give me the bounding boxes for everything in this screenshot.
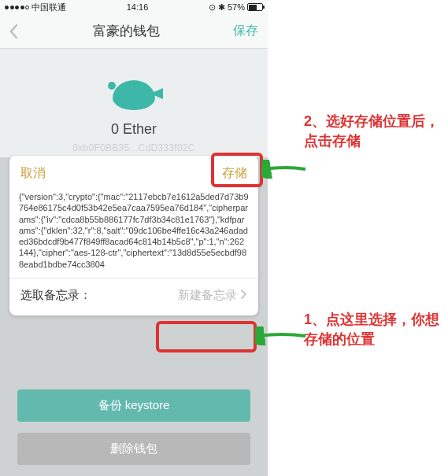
annotation-arrow-1 [255,327,307,345]
annotation-note-2: 2、选好存储位置后，点击存储 [304,112,448,151]
nav-bar: 富豪的钱包 保存 [0,14,268,49]
keystore-json-text: {"version":3,"crypto":{"mac":"2117ebcb7e… [9,191,258,278]
cancel-button[interactable]: 取消 [20,165,46,182]
memo-picker-label: 选取备忘录： [20,288,91,303]
memo-placeholder: 新建备忘录 [178,288,237,303]
battery-icon [247,3,263,11]
annotation-arrow-2 [261,160,307,179]
balance-label: 0 Ether [0,121,268,138]
signal-dots-icon [5,6,29,9]
chevron-right-icon [240,289,247,302]
memo-picker-button[interactable]: 新建备忘录 [178,288,247,303]
alarm-icon: ⊙ [209,2,216,13]
page-title: 富豪的钱包 [19,22,233,40]
save-button[interactable]: 保存 [233,23,258,39]
status-bar: 中国联通 14:16 ⊙ ✱ 57% [0,0,268,14]
battery-pct: 57% [228,2,245,12]
annotation-note-1: 1、点这里选择，你想存储的位置 [304,310,448,349]
back-button[interactable] [9,24,19,39]
status-time: 14:16 [127,2,149,12]
annotation-highlight-memo [156,321,257,352]
wallet-avatar-icon [113,80,155,110]
wallet-address: 0xb0F0BB35...CdD333f02C [0,142,268,153]
carrier-label: 中国联通 [31,2,66,13]
backup-keystore-button[interactable]: 备份 keystore [17,389,250,422]
bluetooth-icon: ✱ [218,2,225,13]
delete-wallet-button[interactable]: 删除钱包 [17,433,250,465]
annotation-highlight-store [211,153,263,187]
